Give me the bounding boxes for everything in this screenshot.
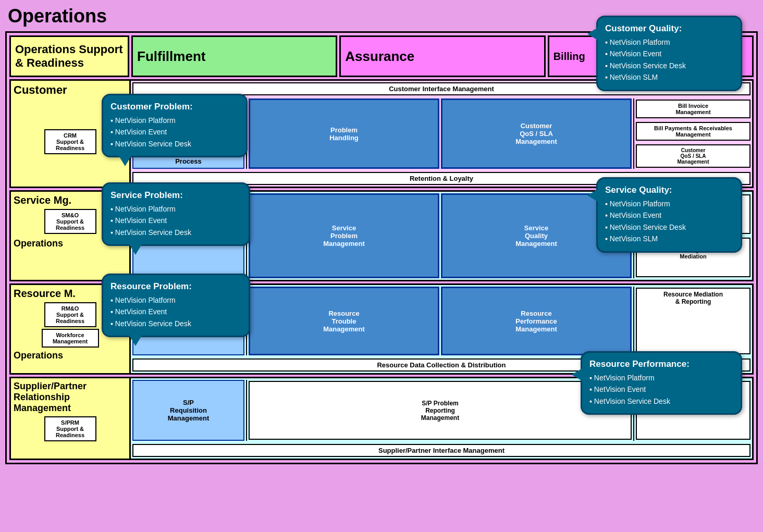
cp-title: Customer Problem: bbox=[110, 102, 239, 112]
service-quality-bubble: Service Quality: NetVision Platform NetV… bbox=[596, 177, 742, 253]
sq-list: NetVision Platform NetVision Event NetVi… bbox=[605, 198, 733, 245]
supplier-interface-banner: Supplier/Partner Interface Management bbox=[132, 444, 750, 457]
sp-item-3: NetVision Service Desk bbox=[110, 227, 241, 238]
resource-osr-box: RM&OSupport &Readiness bbox=[44, 302, 96, 327]
supplier-assurance-col: S/P ProblemReportingManagement bbox=[249, 380, 634, 441]
rperf-item-2: NetVision Event bbox=[589, 383, 733, 395]
header-assurance: Assurance bbox=[339, 35, 545, 77]
supplier-osr-section: Supplier/Partner Relationship Management… bbox=[11, 378, 131, 459]
cp-item-3: NetVision Service Desk bbox=[110, 138, 239, 150]
customer-assurance-col: ProblemHandling CustomerQoS / SLAManagem… bbox=[249, 98, 634, 169]
service-assurance-col: ServiceProblemManagement ServiceQualityM… bbox=[249, 193, 634, 278]
service-problem-bubble: Service Problem: NetVision Platform NetV… bbox=[102, 182, 250, 246]
cq-item-2: NetVision Event bbox=[605, 48, 733, 59]
rperf-title: Resource Performance: bbox=[589, 359, 733, 369]
rperf-item-1: NetVision Platform bbox=[589, 372, 733, 383]
bill-payments-box: Bill Payments & ReceivablesManagement bbox=[636, 122, 750, 141]
cp-list: NetVision Platform NetVision Event NetVi… bbox=[110, 115, 239, 150]
sq-title: Service Quality: bbox=[605, 185, 733, 195]
resource-trouble-box: ResourceTroubleManagement bbox=[249, 287, 439, 355]
rp-title: Resource Problem: bbox=[110, 281, 241, 292]
sq-item-2: NetVision Event bbox=[605, 209, 733, 221]
sp-item-1: NetVision Platform bbox=[110, 203, 241, 215]
sp-title: Service Problem: bbox=[110, 190, 241, 201]
supplier-label: Supplier/Partner Relationship Management bbox=[14, 381, 127, 414]
customer-osr-box: CRMSupport &Readiness bbox=[44, 129, 96, 154]
cq-list: NetVision Platform NetVision Event NetVi… bbox=[605, 36, 733, 83]
sq-item-3: NetVision Service Desk bbox=[605, 221, 733, 233]
resource-performance-box: ResourcePerformanceManagement bbox=[441, 287, 632, 355]
sp-list: NetVision Platform NetVision Event NetVi… bbox=[110, 203, 241, 238]
service-problem-mgmt-box: ServiceProblemManagement bbox=[249, 193, 439, 278]
header-osr: Operations Support & Readiness bbox=[9, 35, 129, 77]
bill-invoice-box: Bill InvoiceManagement bbox=[636, 100, 750, 118]
supplier-fulfillment-col: S/PRequisitionManagement bbox=[132, 380, 247, 441]
cq-item-4: NetVision SLM bbox=[605, 71, 733, 83]
rp-item-3: NetVision Service Desk bbox=[110, 318, 241, 329]
cq-item-1: NetVision Platform bbox=[605, 36, 733, 48]
customer-problem-bubble: Customer Problem: NetVision Platform Net… bbox=[102, 94, 248, 157]
header-fulfillment: Fulfillment bbox=[131, 35, 337, 77]
rp-item-1: NetVision Platform bbox=[110, 294, 241, 306]
resource-problem-bubble: Resource Problem: NetVision Platform Net… bbox=[102, 274, 250, 337]
rperf-item-3: NetVision Service Desk bbox=[589, 395, 733, 407]
cp-item-2: NetVision Event bbox=[110, 126, 239, 138]
customer-qos-box: CustomerQoS / SLAManagement bbox=[441, 98, 632, 169]
page-wrapper: Operations Operations Support & Readines… bbox=[5, 5, 758, 464]
sp-item-2: NetVision Event bbox=[110, 215, 241, 226]
resource-performance-bubble: Resource Performance: NetVision Platform… bbox=[581, 351, 742, 415]
sq-item-4: NetVision SLM bbox=[605, 233, 733, 244]
sp-requisition-box: S/PRequisitionManagement bbox=[132, 380, 244, 441]
cp-item-1: NetVision Platform bbox=[110, 115, 239, 126]
problem-handling-box: ProblemHandling bbox=[249, 98, 439, 169]
resource-mediation-box: Resource Mediation& Reporting bbox=[636, 288, 750, 354]
service-osr-box: SM&OSupport &Readiness bbox=[44, 209, 96, 234]
sq-item-1: NetVision Platform bbox=[605, 198, 733, 209]
customer-billing-mgmt-box: CustomerQoS / SLAManagement bbox=[636, 144, 750, 168]
customer-billing-col: Bill InvoiceManagement Bill Payments & R… bbox=[636, 98, 750, 169]
rp-item-2: NetVision Event bbox=[110, 306, 241, 317]
customer-quality-bubble: Customer Quality: NetVision Platform Net… bbox=[596, 16, 742, 91]
rp-list: NetVision Platform NetVision Event NetVi… bbox=[110, 294, 241, 329]
rperf-list: NetVision Platform NetVision Event NetVi… bbox=[589, 372, 733, 407]
resource-assurance-col: ResourceTroubleManagement ResourcePerfor… bbox=[249, 287, 634, 355]
sp-problem-box: S/P ProblemReportingManagement bbox=[249, 381, 632, 440]
workforce-box: WorkforceManagement bbox=[42, 329, 99, 348]
resource-billing-col: Resource Mediation& Reporting bbox=[636, 287, 750, 355]
supplier-osr-box: S/PRMSupport &Readiness bbox=[44, 416, 96, 441]
cq-item-3: NetVision Service Desk bbox=[605, 60, 733, 71]
resource-ops-label: Operations bbox=[14, 350, 127, 361]
cq-title: Customer Quality: bbox=[605, 23, 733, 34]
